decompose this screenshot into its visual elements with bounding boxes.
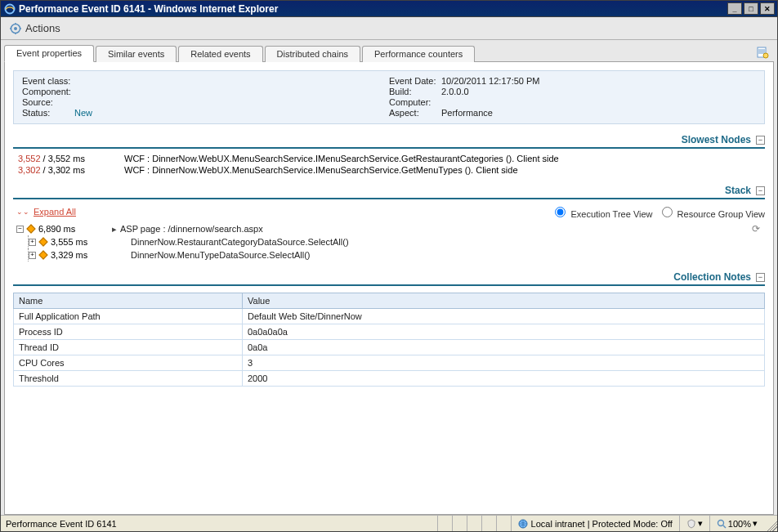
note-name: Threshold [14,371,243,387]
maximize-button[interactable]: □ [744,2,758,15]
command-bar: Actions [1,17,777,40]
table-row: Process ID0a0a0a0a [14,324,765,340]
tree-row: + 3,555 ms DinnerNow.RestaurantCategoryD… [16,235,765,248]
minimize-button[interactable]: _ [727,2,742,15]
slowest-nodes-title: Slowest Nodes [682,134,751,145]
status-cell [437,516,452,531]
expand-all-link[interactable]: Expand All [34,207,76,217]
svg-line-11 [723,525,726,528]
expand-chevrons-icon: ⌄⌄ [16,208,29,216]
note-value: Default Web Site/DinnerNow [243,309,765,324]
status-cell [481,516,496,531]
note-name: Full Application Path [14,309,243,324]
tree-toggle[interactable]: + [29,252,36,259]
globe-icon [518,519,528,529]
page-options-icon[interactable] [756,46,769,59]
tab-event-properties[interactable]: Event properties [4,45,94,62]
table-row: Full Application PathDefault Web Site/Di… [14,309,765,324]
slowest-row: 3,552 / 3,552 ms WCF : DinnerNow.WebUX.M… [18,154,765,163]
status-cell [452,516,467,531]
build-value: 2.0.0.0 [441,87,469,96]
event-date-label: Event Date: [389,76,441,86]
slowest-row: 3,302 / 3,302 ms WCF : DinnerNow.WebUX.M… [18,165,765,175]
svg-point-8 [763,53,768,58]
statusbar: Performance Event ID 6141 Local intranet… [1,515,777,531]
chevron-down-icon: ▾ [698,518,703,529]
svg-point-10 [718,520,723,525]
table-header-value: Value [243,293,765,309]
tree-time: 6,890 ms [38,224,91,234]
exec-tree-radio[interactable]: Execution Tree View [551,204,652,219]
event-class-label: Event class: [22,76,74,86]
build-label: Build: [389,87,441,96]
note-value: 0a0a0a0a [243,324,765,340]
note-value: 2000 [243,371,765,387]
event-date-value: 10/20/2011 12:17:50 PM [441,76,539,86]
tree-desc: DinnerNow.MenuTypeDataSource.SelectAll() [131,250,311,260]
actions-menu[interactable]: Actions [25,22,60,34]
slowest-hot: 3,552 [18,154,41,163]
gear-icon [9,22,22,35]
note-value: 3 [243,355,765,371]
tab-similar-events[interactable]: Similar events [96,46,177,62]
note-name: CPU Cores [14,355,243,371]
security-zone[interactable]: Local intranet | Protected Mode: Off [511,516,679,531]
slowest-total: 3,302 ms [48,165,85,175]
slowest-total: 3,552 ms [48,154,85,163]
titlebar: Performance Event ID 6141 - Windows Inte… [1,1,777,17]
execution-tree: − 6,890 ms ▸ ASP page : /dinnernow/searc… [16,222,765,262]
resize-grip[interactable] [764,518,777,531]
stack-header: Stack − [13,185,765,199]
tree-time: 3,329 ms [51,250,103,260]
app-window: Performance Event ID 6141 - Windows Inte… [0,0,778,532]
computer-label: Computer: [389,97,441,107]
tab-performance-counters[interactable]: Performance counters [362,46,475,62]
table-row: Threshold2000 [14,371,765,387]
notes-collapse-button[interactable]: − [756,273,765,282]
source-label: Source: [22,97,74,107]
refresh-icon[interactable]: ⟳ [752,223,760,235]
diamond-icon [39,238,47,246]
tree-time: 3,555 ms [51,237,103,247]
play-icon: ▸ [112,224,117,235]
chevron-down-icon: ▾ [753,518,758,529]
event-info-panel: Event class: Component: Source: Status:N… [13,70,765,124]
collection-notes-header: Collection Notes − [13,271,765,286]
collection-notes-table: Name Value Full Application PathDefault … [13,293,765,387]
table-header-name: Name [14,293,243,309]
slowest-desc: WCF : DinnerNow.WebUX.MenuSearchService.… [124,165,765,175]
stack-collapse-button[interactable]: − [756,186,765,195]
tree-desc: DinnerNow.RestaurantCategoryDataSource.S… [131,237,349,247]
svg-point-2 [14,27,17,30]
tree-row: − 6,890 ms ▸ ASP page : /dinnernow/searc… [16,222,765,235]
table-row: Thread ID0a0a [14,340,765,355]
slowest-nodes-list: 3,552 / 3,552 ms WCF : DinnerNow.WebUX.M… [18,154,765,175]
tree-desc: ASP page : /dinnernow/search.aspx [120,224,263,234]
tree-toggle[interactable]: + [29,239,36,246]
slowest-hot: 3,302 [18,165,41,175]
diamond-icon [27,225,35,233]
protected-mode-button[interactable]: ▾ [679,516,709,531]
slowest-collapse-button[interactable]: − [756,136,765,145]
page-body: Event class: Component: Source: Status:N… [4,61,774,515]
tree-toggle[interactable]: − [16,226,24,233]
slowest-desc: WCF : DinnerNow.WebUX.MenuSearchService.… [124,154,765,163]
collection-notes-title: Collection Notes [673,271,751,283]
tabbar: Event properties Similar events Related … [4,43,774,61]
zoom-value: 100% [728,519,751,529]
window-title: Performance Event ID 6141 - Windows Inte… [19,3,278,15]
aspect-value: Performance [441,108,493,118]
status-value[interactable]: New [74,108,92,118]
tab-related-events[interactable]: Related events [178,46,262,62]
tab-distributed-chains[interactable]: Distributed chains [265,46,360,62]
zoom-dropdown[interactable]: 100% ▾ [709,516,764,531]
tree-row: + 3,329 ms DinnerNow.MenuTypeDataSource.… [16,248,765,262]
component-label: Component: [22,87,74,96]
zoom-icon [717,519,727,529]
shield-icon [686,519,696,529]
resource-group-radio[interactable]: Resource Group View [658,204,765,219]
close-button[interactable]: ✕ [760,2,775,15]
note-name: Thread ID [14,340,243,355]
status-label: Status: [22,108,74,118]
aspect-label: Aspect: [389,108,441,118]
